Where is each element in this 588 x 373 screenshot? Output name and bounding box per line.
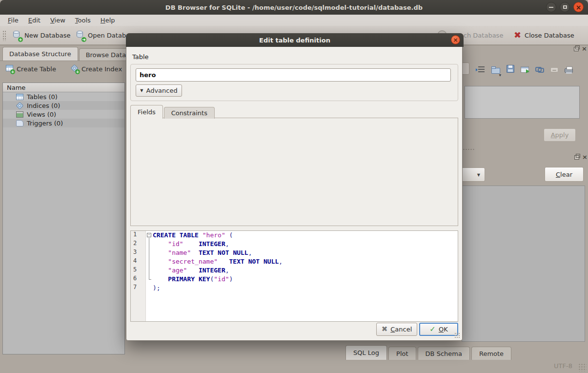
close-icon: × — [453, 37, 458, 43]
export-icon[interactable] — [521, 66, 529, 73]
sql-log-area[interactable] — [462, 186, 585, 342]
tree-item-icon — [16, 111, 23, 118]
sql-code-text: CREATE TABLE "hero" ( — [153, 231, 233, 240]
edit-cell-toolbar — [457, 62, 573, 75]
ok-button[interactable]: ✓ OK — [419, 323, 458, 336]
cell-editor-area[interactable] — [465, 86, 580, 119]
import-file-icon[interactable] — [491, 68, 500, 74]
sql-code-text: "id" INTEGER, — [153, 240, 229, 249]
dialog-resize-grip[interactable] — [454, 332, 460, 338]
save-icon[interactable] — [507, 65, 514, 73]
maximize-button[interactable] — [560, 2, 570, 12]
ok-check-icon: ✓ — [429, 326, 436, 333]
fold-column — [146, 284, 153, 292]
dialog-title: Edit table definition — [259, 37, 330, 44]
fold-column — [146, 249, 153, 257]
window-titlebar[interactable]: DB Browser for SQLite - /home/user/code/… — [0, 0, 588, 15]
fold-column[interactable]: - — [146, 231, 153, 240]
toolbar-drag-handle[interactable] — [2, 30, 6, 41]
open-arrow-badge-icon: ➜ — [81, 37, 86, 42]
tree-item-label: Views (0) — [27, 111, 56, 118]
tree-item[interactable]: Triggers (0) — [3, 119, 124, 127]
table-section-label: Table — [132, 53, 149, 61]
create-index-button[interactable]: + Create Index — [71, 65, 122, 73]
chevron-down-icon: ▼ — [140, 88, 143, 93]
edit-table-dialog: Edit table definition × Table ▼ Advanced… — [126, 33, 463, 341]
left-dock-tab[interactable]: Browse Data — [79, 48, 133, 61]
menu-item[interactable]: File — [3, 16, 23, 25]
dock-float-icon[interactable] — [574, 47, 579, 51]
tree-item-icon — [16, 102, 24, 109]
edit-cell-dock-controls: × — [574, 46, 587, 51]
menu-bar: FileEditViewToolsHelp — [0, 15, 588, 26]
apply-button: Apply — [544, 128, 576, 142]
create-table-icon: + — [6, 65, 13, 73]
open-database-icon: ➜ — [75, 30, 84, 41]
bottom-dock-tab[interactable]: SQL Log — [345, 345, 387, 360]
dock-close-icon[interactable]: × — [582, 46, 587, 51]
sql-line: 5 "age" INTEGER, — [131, 266, 458, 275]
window-resize-grip[interactable] — [578, 363, 587, 372]
sql-log-dock-controls: × — [574, 155, 588, 160]
sql-code-text: "secret_name" TEXT NOT NULL, — [153, 257, 283, 266]
maximize-icon — [563, 5, 567, 9]
plus-badge-icon: + — [18, 37, 23, 42]
link-icon[interactable] — [535, 67, 544, 73]
table-name-input[interactable] — [136, 68, 451, 82]
menu-item[interactable]: Edit — [23, 16, 45, 25]
new-database-label: New Database — [24, 32, 71, 39]
bottom-dock-tab[interactable]: DB Schema — [418, 347, 470, 360]
fold-column — [146, 240, 153, 249]
clear-button[interactable]: Clear — [545, 167, 584, 182]
close-icon: × — [576, 4, 582, 11]
sql-lines: 1-CREATE TABLE "hero" (2 "id" INTEGER,3 … — [131, 231, 458, 292]
sql-line: 2 "id" INTEGER, — [131, 240, 458, 249]
tree-rows: Tables (0) Indices (0) Views (0) — [3, 92, 124, 127]
menu-item[interactable]: Help — [96, 16, 120, 25]
dialog-tab[interactable]: Fields — [130, 105, 163, 119]
sql-line: 1-CREATE TABLE "hero" ( — [131, 231, 458, 240]
left-dock-tab[interactable]: Database Structure — [2, 47, 78, 61]
create-table-button[interactable]: + Create Table — [6, 65, 56, 73]
dialog-tabs: FieldsConstraints — [130, 105, 216, 119]
sql-line: 6 PRIMARY KEY("id") — [131, 275, 458, 284]
tree-header[interactable]: Name — [3, 83, 124, 92]
tree-item-icon — [16, 120, 23, 126]
schema-tree[interactable]: Name Tables (0) Indices (0) V — [2, 83, 125, 354]
sql-code-text: "age" INTEGER, — [153, 266, 229, 275]
tree-item[interactable]: Views (0) — [3, 110, 124, 119]
tree-item-label: Indices (0) — [27, 102, 60, 109]
minimize-button[interactable] — [546, 2, 556, 12]
line-number: 1 — [131, 231, 146, 240]
menu-item[interactable]: View — [45, 16, 70, 25]
advanced-button[interactable]: ▼ Advanced — [136, 84, 182, 97]
bottom-dock-tab[interactable]: Plot — [388, 347, 416, 360]
dialog-tab[interactable]: Constraints — [164, 107, 215, 119]
dock-close-icon[interactable]: × — [582, 155, 588, 160]
fields-panel — [130, 118, 458, 226]
dialog-close-button[interactable]: × — [451, 35, 460, 44]
menu-item[interactable]: Tools — [70, 16, 96, 25]
fold-collapse-icon[interactable]: - — [147, 233, 151, 237]
word-wrap-icon[interactable] — [476, 65, 485, 72]
line-number: 6 — [131, 275, 146, 284]
sql-line: 7); — [131, 284, 458, 292]
line-number: 5 — [131, 266, 146, 275]
new-database-button[interactable]: + New Database — [12, 28, 71, 42]
dialog-titlebar[interactable]: Edit table definition × — [126, 33, 464, 47]
window-controls: × — [546, 2, 584, 12]
chevron-down-icon: ▼ — [477, 173, 480, 177]
close-button[interactable]: × — [573, 2, 584, 12]
print-icon[interactable] — [565, 68, 573, 73]
close-database-label: Close Database — [525, 32, 574, 39]
encoding-status: UTF-8 — [554, 362, 572, 370]
bottom-dock-tab[interactable]: Remote — [471, 347, 511, 360]
sql-preview[interactable]: 1-CREATE TABLE "hero" (2 "id" INTEGER,3 … — [130, 230, 458, 322]
dock-float-icon[interactable] — [574, 155, 579, 160]
bottom-dock-tabs: SQL LogPlotDB SchemaRemote — [345, 345, 513, 360]
cancel-button[interactable]: ✖ Cancel — [376, 323, 417, 336]
tree-item-icon — [16, 94, 23, 100]
tree-item[interactable]: Indices (0) — [3, 101, 124, 110]
close-database-button[interactable]: ✖ Close Database — [514, 28, 574, 42]
tree-item[interactable]: Tables (0) — [3, 92, 124, 101]
